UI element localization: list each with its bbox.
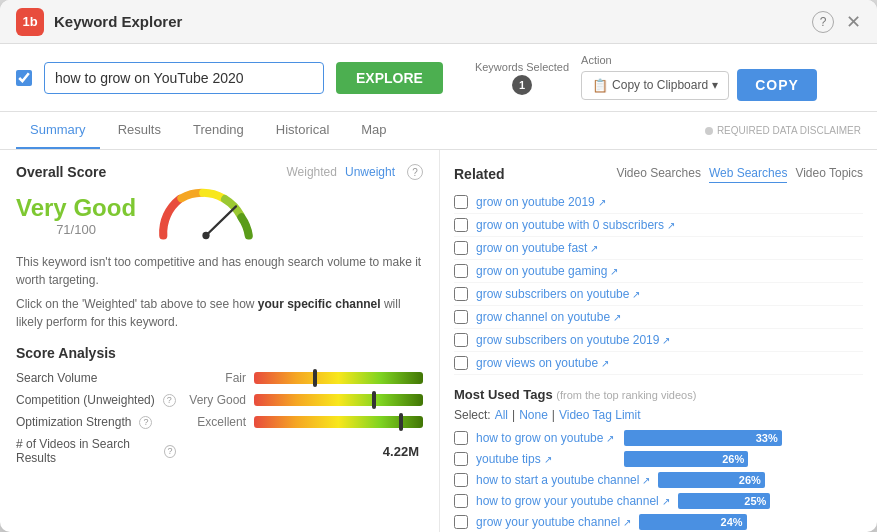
- related-item-checkbox-2[interactable]: [454, 241, 468, 255]
- external-link-icon: ↗: [598, 197, 606, 208]
- tag-checkbox-3[interactable]: [454, 494, 468, 508]
- tag-checkbox-2[interactable]: [454, 473, 468, 487]
- tag-bar-2: 26%: [658, 472, 764, 488]
- related-item-link-4[interactable]: grow subscribers on youtube ↗: [476, 287, 640, 301]
- related-item-link-2[interactable]: grow on youtube fast ↗: [476, 241, 598, 255]
- tabs-container: Summary Results Trending Historical Map: [16, 112, 401, 149]
- tab-trending[interactable]: Trending: [179, 112, 258, 149]
- tag-bar-3: 25%: [678, 493, 771, 509]
- help-button[interactable]: ?: [812, 11, 834, 33]
- external-link-icon: ↗: [544, 454, 552, 465]
- tag-item: youtube tips ↗ 26%: [454, 451, 863, 467]
- main-content: Overall Score Weighted Unweight ? Very G…: [0, 150, 877, 532]
- related-tab-video-topics[interactable]: Video Topics: [795, 164, 863, 183]
- tag-checkbox-1[interactable]: [454, 452, 468, 466]
- tag-name-3[interactable]: how to grow your youtube channel ↗: [476, 494, 670, 508]
- related-list: grow on youtube 2019 ↗ grow on youtube w…: [454, 191, 863, 375]
- clipboard-icon: 📋: [592, 78, 608, 93]
- external-link-icon: ↗: [642, 475, 650, 486]
- score-info-icon[interactable]: ?: [407, 164, 423, 180]
- related-tab-video-searches[interactable]: Video Searches: [616, 164, 701, 183]
- videos-label: # of Videos in Search Results ?: [16, 437, 176, 465]
- external-link-icon: ↗: [662, 496, 670, 507]
- related-item-checkbox-7[interactable]: [454, 356, 468, 370]
- related-item-checkbox-5[interactable]: [454, 310, 468, 324]
- disclaimer: REQUIRED DATA DISCLAIMER: [705, 125, 861, 136]
- related-header: Related Video Searches Web Searches Vide…: [454, 164, 863, 183]
- tag-name-2[interactable]: how to start a youtube channel ↗: [476, 473, 650, 487]
- score-description: This keyword isn't too competitive and h…: [16, 253, 423, 331]
- optimization-info-icon[interactable]: ?: [139, 416, 152, 429]
- related-tab-web-searches[interactable]: Web Searches: [709, 164, 788, 183]
- search-volume-row: Search Volume Fair: [16, 371, 423, 385]
- title-right: ? ✕: [812, 11, 861, 33]
- tab-results[interactable]: Results: [104, 112, 175, 149]
- most-used-tags-section: Most Used Tags (from the top ranking vid…: [454, 387, 863, 530]
- action-buttons: 📋 Copy to Clipboard ▾ COPY: [581, 69, 817, 101]
- select-all-link[interactable]: All: [495, 408, 508, 422]
- optimization-bar: [254, 416, 423, 428]
- weighted-tab[interactable]: Weighted: [286, 165, 336, 179]
- competition-level: Very Good: [176, 393, 246, 407]
- close-button[interactable]: ✕: [846, 13, 861, 31]
- overall-score-title: Overall Score: [16, 164, 106, 180]
- related-item-checkbox-6[interactable]: [454, 333, 468, 347]
- disclaimer-text: REQUIRED DATA DISCLAIMER: [717, 125, 861, 136]
- tag-item: how to start a youtube channel ↗ 26%: [454, 472, 863, 488]
- related-item-link-5[interactable]: grow channel on youtube ↗: [476, 310, 621, 324]
- tag-name-4[interactable]: grow your youtube channel ↗: [476, 515, 631, 529]
- videos-info-icon[interactable]: ?: [164, 445, 176, 458]
- analysis-title: Score Analysis: [16, 345, 423, 361]
- tag-checkbox-0[interactable]: [454, 431, 468, 445]
- tag-pct-4: 24%: [721, 516, 743, 528]
- tab-map[interactable]: Map: [347, 112, 400, 149]
- related-item-link-0[interactable]: grow on youtube 2019 ↗: [476, 195, 606, 209]
- list-item: grow subscribers on youtube 2019 ↗: [454, 329, 863, 352]
- tag-checkbox-4[interactable]: [454, 515, 468, 529]
- videos-row: # of Videos in Search Results ? 4.22M: [16, 437, 423, 465]
- unweighted-tab[interactable]: Unweight: [345, 165, 395, 179]
- score-number: 71/100: [16, 222, 136, 237]
- tag-pct-3: 25%: [744, 495, 766, 507]
- tag-name-1[interactable]: youtube tips ↗: [476, 452, 616, 466]
- related-item-checkbox-4[interactable]: [454, 287, 468, 301]
- related-item-link-7[interactable]: grow views on youtube ↗: [476, 356, 609, 370]
- select-none-link[interactable]: None: [519, 408, 548, 422]
- related-item-link-6[interactable]: grow subscribers on youtube 2019 ↗: [476, 333, 670, 347]
- external-link-icon: ↗: [613, 312, 621, 323]
- related-item-link-3[interactable]: grow on youtube gaming ↗: [476, 264, 618, 278]
- video-tag-limit-link[interactable]: Video Tag Limit: [559, 408, 641, 422]
- tab-historical[interactable]: Historical: [262, 112, 343, 149]
- title-left: 1b Keyword Explorer: [16, 8, 182, 36]
- score-label: Very Good: [16, 194, 136, 222]
- explore-button[interactable]: EXPLORE: [336, 62, 443, 94]
- optimization-row: Optimization Strength ? Excellent: [16, 415, 423, 429]
- related-item-checkbox-3[interactable]: [454, 264, 468, 278]
- app-window: 1b Keyword Explorer ? ✕ EXPLORE Keywords…: [0, 0, 877, 532]
- tag-bar-wrap-0: 33%: [624, 430, 863, 446]
- competition-bar: [254, 394, 423, 406]
- related-title: Related: [454, 166, 505, 182]
- score-text: Very Good 71/100: [16, 194, 136, 237]
- external-link-icon: ↗: [601, 358, 609, 369]
- search-checkbox[interactable]: [16, 70, 32, 86]
- keywords-selected-label: Keywords Selected: [475, 61, 569, 73]
- competition-info-icon[interactable]: ?: [163, 394, 176, 407]
- right-panel: Related Video Searches Web Searches Vide…: [440, 150, 877, 532]
- related-item-checkbox-1[interactable]: [454, 218, 468, 232]
- app-icon: 1b: [16, 8, 44, 36]
- tag-item: how to grow on youtube ↗ 33%: [454, 430, 863, 446]
- copy-clipboard-button[interactable]: 📋 Copy to Clipboard ▾: [581, 71, 729, 100]
- tags-controls: Select: All | None | Video Tag Limit: [454, 408, 863, 422]
- score-gauge: [156, 188, 256, 243]
- tab-summary[interactable]: Summary: [16, 112, 100, 149]
- related-item-link-1[interactable]: grow on youtube with 0 subscribers ↗: [476, 218, 675, 232]
- action-section: Action 📋 Copy to Clipboard ▾ COPY: [581, 54, 817, 101]
- tag-pct-2: 26%: [739, 474, 761, 486]
- search-input[interactable]: [44, 62, 324, 94]
- copy-button[interactable]: COPY: [737, 69, 817, 101]
- tag-name-0[interactable]: how to grow on youtube ↗: [476, 431, 616, 445]
- overall-score-section: Overall Score Weighted Unweight ? Very G…: [16, 164, 423, 331]
- related-item-checkbox-0[interactable]: [454, 195, 468, 209]
- search-volume-bar: [254, 372, 423, 384]
